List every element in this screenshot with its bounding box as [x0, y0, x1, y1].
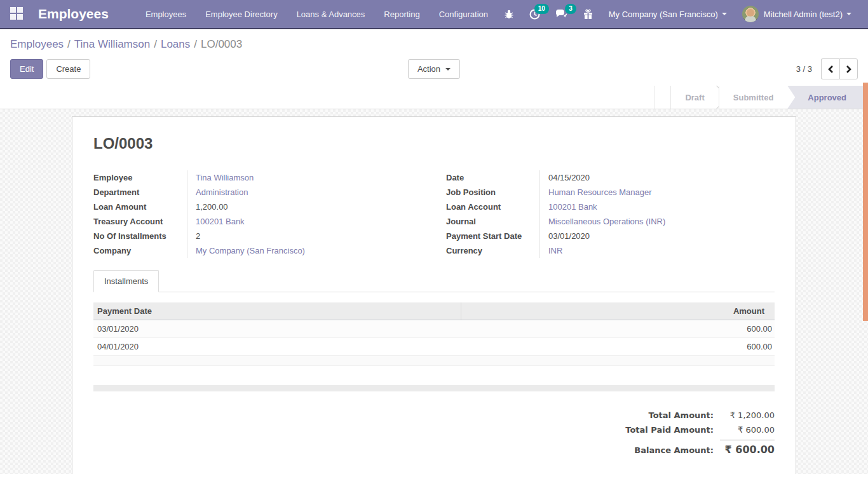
cell-amount[interactable]: 600.00 — [461, 338, 775, 356]
table-empty-row — [93, 356, 775, 366]
statusbar: Draft Submitted Approved — [0, 86, 868, 109]
form-view-background: LO/0003 Employee Tina Williamson Departm… — [0, 109, 868, 474]
activity-count-badge: 10 — [534, 4, 549, 14]
field-employee: Employee Tina Williamson — [93, 170, 422, 185]
tab-installments[interactable]: Installments — [93, 270, 159, 292]
field-value: 1,200.00 — [187, 200, 422, 214]
installments-table: Payment Date Amount 03/01/2020 600.00 04… — [93, 302, 775, 366]
breadcrumb-separator: / — [150, 38, 161, 50]
action-dropdown-button[interactable]: Action — [408, 59, 460, 79]
cell-payment-date[interactable]: 03/01/2020 — [93, 320, 461, 338]
field-loan-account: Loan Account 100201 Bank — [446, 200, 775, 214]
user-name: Mitchell Admin (test2) — [764, 10, 843, 19]
edit-button[interactable]: Edit — [10, 59, 43, 79]
breadcrumb-loans[interactable]: Loans — [161, 38, 190, 50]
balance-amount-value: ₹ 600.00 — [720, 440, 775, 456]
message-count-badge: 3 — [565, 4, 576, 14]
chevron-down-icon — [846, 13, 851, 15]
column-header-amount[interactable]: Amount — [461, 302, 775, 320]
statusbar-divider — [654, 86, 670, 109]
field-value-link[interactable]: Tina Williamson — [187, 170, 422, 185]
field-no-of-installments: No Of Installments 2 — [93, 229, 422, 243]
control-panel: Employees/Tina Williamson/Loans/LO/0003 … — [0, 29, 868, 86]
pager-count[interactable]: 3 / 3 — [796, 64, 812, 74]
field-value: 04/15/2020 — [539, 170, 775, 185]
breadcrumb: Employees/Tina Williamson/Loans/LO/0003 — [10, 34, 858, 53]
breadcrumb-current: LO/0003 — [201, 38, 242, 50]
field-value-link[interactable]: 100201 Bank — [539, 200, 775, 214]
field-value-link[interactable]: My Company (San Francisco) — [187, 243, 422, 258]
company-name: My Company (San Francisco) — [609, 10, 718, 19]
breadcrumb-separator: / — [190, 38, 201, 50]
pager-previous-button[interactable] — [821, 58, 839, 79]
top-navbar: Employees Employees Employee Directory L… — [0, 0, 868, 29]
cell-payment-date[interactable]: 04/01/2020 — [93, 338, 461, 356]
total-amount-row: Total Amount: ₹ 1,200.00 — [584, 408, 775, 423]
status-step-draft[interactable]: Draft — [670, 86, 718, 109]
field-label: Loan Amount — [93, 200, 187, 214]
status-step-approved[interactable]: Approved — [787, 86, 863, 109]
field-value: 03/01/2020 — [539, 229, 775, 243]
app-brand[interactable]: Employees — [38, 6, 109, 22]
field-journal: Journal Miscellaneous Operations (INR) — [446, 214, 775, 229]
chevron-left-icon — [827, 65, 834, 74]
field-label: Payment Start Date — [446, 229, 539, 243]
table-row[interactable]: 03/01/2020 600.00 — [93, 320, 775, 338]
field-value-link[interactable]: Miscellaneous Operations (INR) — [539, 214, 775, 229]
record-title: LO/0003 — [93, 135, 775, 152]
breadcrumb-separator: / — [64, 38, 74, 50]
pager — [821, 58, 858, 79]
menu-employees[interactable]: Employees — [138, 4, 194, 24]
field-department: Department Administration — [93, 185, 422, 200]
total-paid-amount-row: Total Paid Amount: ₹ 600.00 — [584, 423, 775, 437]
breadcrumb-employees[interactable]: Employees — [10, 38, 64, 50]
field-label: Treasury Account — [93, 214, 187, 229]
status-step-submitted[interactable]: Submitted — [719, 86, 788, 109]
balance-amount-row: Balance Amount: ₹ 600.00 — [584, 437, 775, 458]
table-header-row: Payment Date Amount — [93, 302, 775, 320]
tab-strip: Installments — [93, 269, 775, 292]
column-header-payment-date[interactable]: Payment Date — [93, 302, 461, 320]
field-currency: Currency INR — [446, 243, 775, 258]
activities-clock-icon[interactable]: 10 — [523, 5, 546, 24]
field-value-link[interactable]: 100201 Bank — [187, 214, 422, 229]
field-value: 2 — [187, 229, 422, 243]
totals-block: Total Amount: ₹ 1,200.00 Total Paid Amou… — [584, 408, 775, 458]
table-row[interactable]: 04/01/2020 600.00 — [93, 338, 775, 356]
company-switcher[interactable]: My Company (San Francisco) — [602, 6, 733, 23]
main-menu: Employees Employee Directory Loans & Adv… — [138, 4, 496, 24]
cell-amount[interactable]: 600.00 — [461, 320, 775, 338]
menu-configuration[interactable]: Configuration — [431, 4, 496, 24]
total-paid-amount-value: ₹ 600.00 — [720, 425, 775, 435]
pager-next-button[interactable] — [839, 58, 858, 79]
user-avatar — [742, 6, 759, 22]
field-date: Date 04/15/2020 — [446, 170, 775, 185]
field-label: Date — [446, 170, 539, 185]
action-label: Action — [417, 64, 440, 74]
messages-chat-icon[interactable]: 3 — [549, 5, 574, 23]
field-label: Job Position — [446, 185, 539, 200]
user-menu[interactable]: Mitchell Admin (test2) — [736, 2, 858, 26]
chevron-down-icon — [445, 68, 451, 71]
field-value-link[interactable]: INR — [539, 243, 775, 258]
vertical-scrollbar-thumb[interactable] — [863, 83, 868, 321]
field-label: Currency — [446, 243, 539, 258]
gift-icon[interactable] — [576, 5, 600, 24]
field-column-left: Employee Tina Williamson Department Admi… — [93, 170, 422, 258]
menu-loans-advances[interactable]: Loans & Advances — [289, 4, 373, 24]
field-value-link[interactable]: Administration — [187, 185, 422, 200]
field-job-position: Job Position Human Resources Manager — [446, 185, 775, 200]
chevron-down-icon — [722, 13, 727, 15]
apps-menu-icon[interactable] — [10, 7, 24, 21]
control-panel-buttons: Edit Create Action 3 / 3 — [10, 53, 858, 86]
field-company: Company My Company (San Francisco) — [93, 243, 422, 258]
field-grid: Employee Tina Williamson Department Admi… — [93, 170, 775, 258]
field-value-link[interactable]: Human Resources Manager — [539, 185, 775, 200]
breadcrumb-tina-williamson[interactable]: Tina Williamson — [74, 38, 150, 50]
field-label: No Of Installments — [93, 229, 187, 243]
debug-bug-icon[interactable] — [498, 5, 520, 23]
menu-employee-directory[interactable]: Employee Directory — [198, 4, 285, 24]
menu-reporting[interactable]: Reporting — [376, 4, 427, 24]
create-button[interactable]: Create — [46, 59, 90, 79]
notebook: Installments Payment Date Amount 03/01/2… — [93, 269, 775, 391]
